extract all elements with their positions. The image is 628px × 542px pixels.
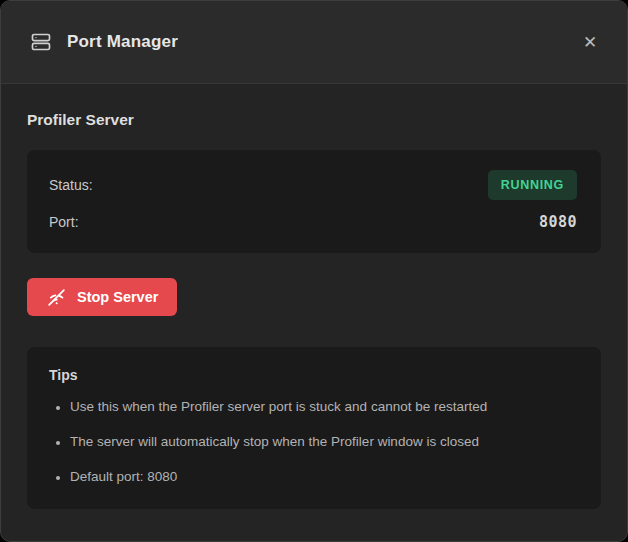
status-row: Status: RUNNING xyxy=(49,169,577,200)
close-icon[interactable]: ✕ xyxy=(575,27,605,57)
stop-server-button[interactable]: Stop Server xyxy=(27,278,177,316)
window-title: Port Manager xyxy=(67,32,178,52)
status-label: Status: xyxy=(49,177,93,193)
tip-item: Use this when the Profiler server port i… xyxy=(70,398,577,415)
port-label: Port: xyxy=(49,214,79,230)
tips-title: Tips xyxy=(49,367,577,383)
tip-item: The server will automatically stop when … xyxy=(70,433,577,450)
titlebar: Port Manager ✕ xyxy=(1,1,627,84)
status-panel: Status: RUNNING Port: 8080 xyxy=(27,150,601,253)
tips-list: Use this when the Profiler server port i… xyxy=(49,398,577,485)
section-heading: Profiler Server xyxy=(27,111,601,129)
port-row: Port: 8080 xyxy=(49,211,577,232)
dialog-content: Profiler Server Status: RUNNING Port: 80… xyxy=(1,111,627,509)
plug-disconnected-icon xyxy=(46,287,67,308)
port-manager-dialog: Port Manager ✕ Profiler Server Status: R… xyxy=(0,0,628,542)
tip-item: Default port: 8080 xyxy=(70,468,577,485)
port-value: 8080 xyxy=(539,213,577,231)
status-badge: RUNNING xyxy=(488,170,577,200)
server-stack-icon xyxy=(29,30,53,54)
tips-panel: Tips Use this when the Profiler server p… xyxy=(27,347,601,509)
stop-server-label: Stop Server xyxy=(77,289,158,305)
